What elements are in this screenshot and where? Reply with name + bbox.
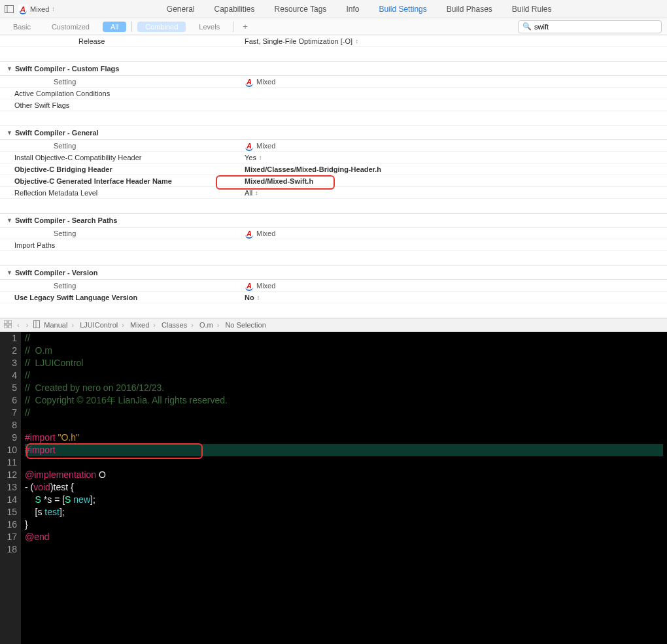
group-title: Swift Compiler - General <box>15 129 99 137</box>
svg-rect-5 <box>9 325 12 328</box>
settings-group-header[interactable]: ▼Swift Compiler - General <box>0 126 667 140</box>
forward-button[interactable]: › <box>25 321 30 329</box>
column-header-row: Setting Mixed <box>0 280 667 292</box>
code-line[interactable] <box>25 456 663 469</box>
filter-all[interactable]: All <box>103 22 126 32</box>
add-setting-button[interactable]: + <box>239 22 252 31</box>
code-line[interactable]: [s test]; <box>25 506 663 518</box>
line-number: 15 <box>4 506 17 518</box>
tab-resource-tags[interactable]: Resource Tags <box>273 1 328 18</box>
col-target: Mixed <box>245 141 653 150</box>
line-number: 1 <box>4 332 17 345</box>
setting-label: Other Swift Flags <box>14 101 245 109</box>
setting-row[interactable]: Active Compilation Conditions <box>0 88 667 99</box>
related-items-icon[interactable] <box>4 320 12 330</box>
setting-row[interactable]: Reflection Metadata LevelAll ↕ <box>0 187 667 199</box>
setting-row[interactable]: Objective-C Generated Interface Header N… <box>0 175 667 187</box>
line-number: 9 <box>4 432 17 444</box>
line-number: 13 <box>4 481 17 494</box>
setting-label: Use Legacy Swift Language Version <box>14 294 245 301</box>
filter-basic[interactable]: Basic <box>5 22 39 32</box>
filter-levels[interactable]: Levels <box>191 22 228 32</box>
code-line[interactable]: - (void)test { <box>25 481 663 494</box>
search-input[interactable] <box>534 23 657 31</box>
line-number: 14 <box>4 494 17 506</box>
settings-group-header[interactable]: ▼Swift Compiler - Search Paths <box>0 213 667 228</box>
col-setting: Setting <box>14 78 245 86</box>
settings-group-header[interactable]: ▼Swift Compiler - Version <box>0 265 667 280</box>
filter-customized[interactable]: Customized <box>44 22 97 32</box>
back-button[interactable]: ‹ <box>16 321 21 329</box>
crumb-group[interactable]: Mixed <box>130 321 158 329</box>
setting-row[interactable]: Import Paths <box>0 239 667 251</box>
tab-build-settings[interactable]: Build Settings <box>377 1 428 18</box>
setting-label: Reflection Metadata Level <box>14 189 245 197</box>
tab-info[interactable]: Info <box>345 1 360 18</box>
search-field[interactable]: 🔍 <box>518 20 662 33</box>
code-line[interactable] <box>25 419 663 432</box>
app-target-icon <box>245 141 254 150</box>
tab-capabilities[interactable]: Capabilities <box>213 1 256 18</box>
svg-rect-0 <box>5 5 14 12</box>
col-setting: Setting <box>14 282 245 290</box>
target-name: Mixed <box>30 5 49 13</box>
app-target-icon <box>245 77 254 86</box>
code-line[interactable]: // <box>25 369 663 382</box>
code-line[interactable]: @implementation O <box>25 469 663 481</box>
settings-group-header[interactable]: ▼Swift Compiler - Custom Flags <box>0 61 667 76</box>
code-line[interactable]: // O.m <box>25 345 663 357</box>
app-target-icon <box>18 5 27 14</box>
setting-row[interactable]: Other Swift Flags <box>0 99 667 111</box>
code-line[interactable]: #import "O.h" <box>25 432 663 444</box>
line-number: 10 <box>4 444 17 456</box>
line-number: 11 <box>4 456 17 469</box>
setting-label: Active Compilation Conditions <box>14 90 245 97</box>
chevron-updown-icon: ↕ <box>355 38 357 44</box>
panel-toggle-icon[interactable] <box>4 4 14 14</box>
code-line[interactable]: // Copyright © 2016年 LianJia. All rights… <box>25 394 663 407</box>
chevron-updown-icon: ↕ <box>255 190 257 196</box>
line-number: 6 <box>4 394 17 407</box>
code-line[interactable]: S *s = [S new]; <box>25 494 663 506</box>
line-number: 4 <box>4 369 17 382</box>
tab-general[interactable]: General <box>165 1 196 18</box>
code-area[interactable]: //// O.m// LJUIControl//// Created by ne… <box>21 332 667 644</box>
target-selector[interactable]: Mixed ↕ <box>18 5 55 14</box>
setting-row[interactable]: Use Legacy Swift Language VersionNo ↕ <box>0 292 667 303</box>
crumb-project[interactable]: LJUIControl <box>80 321 126 329</box>
svg-rect-6 <box>34 321 40 328</box>
col-target: Mixed <box>245 229 653 238</box>
jump-bar: ‹ › Manual LJUIControl Mixed Classes O.m… <box>0 318 667 332</box>
code-editor[interactable]: 123456789101112131415161718 //// O.m// L… <box>0 332 667 644</box>
code-line[interactable]: // Created by nero on 2016/12/23. <box>25 382 663 394</box>
filter-combined[interactable]: Combined <box>137 22 186 32</box>
code-line[interactable]: } <box>25 518 663 531</box>
setting-value: Yes ↕ <box>245 154 653 161</box>
code-line[interactable]: #import <box>25 444 663 456</box>
tab-build-rules[interactable]: Build Rules <box>511 1 553 18</box>
line-number: 2 <box>4 345 17 357</box>
disclosure-triangle-icon: ▼ <box>7 129 12 136</box>
disclosure-triangle-icon: ▼ <box>7 65 12 72</box>
setting-row[interactable]: Install Objective-C Compatibility Header… <box>0 152 667 163</box>
setting-value: All ↕ <box>245 189 653 197</box>
chevron-updown-icon: ↕ <box>257 294 259 301</box>
crumb-manual[interactable]: Manual <box>44 321 76 329</box>
code-line[interactable]: @end <box>25 531 663 543</box>
tab-build-phases[interactable]: Build Phases <box>445 1 494 18</box>
crumb-file[interactable]: O.m <box>199 321 222 329</box>
setting-label: Import Paths <box>14 241 245 249</box>
column-header-row: Setting Mixed <box>0 140 667 152</box>
chevron-updown-icon: ↕ <box>259 154 261 161</box>
setting-row[interactable]: Objective-C Bridging HeaderMixed/Classes… <box>0 163 667 175</box>
setting-row[interactable]: Release Fast, Single-File Optimization [… <box>0 35 667 47</box>
crumb-folder[interactable]: Classes <box>162 321 196 329</box>
code-line[interactable]: // <box>25 407 663 419</box>
line-number: 3 <box>4 357 17 369</box>
crumb-selection[interactable]: No Selection <box>225 321 269 329</box>
code-line[interactable]: // <box>25 332 663 345</box>
svg-rect-4 <box>4 325 7 328</box>
code-line[interactable] <box>25 543 663 556</box>
code-line[interactable]: // LJUIControl <box>25 357 663 369</box>
setting-label: Objective-C Generated Interface Header N… <box>14 177 245 185</box>
